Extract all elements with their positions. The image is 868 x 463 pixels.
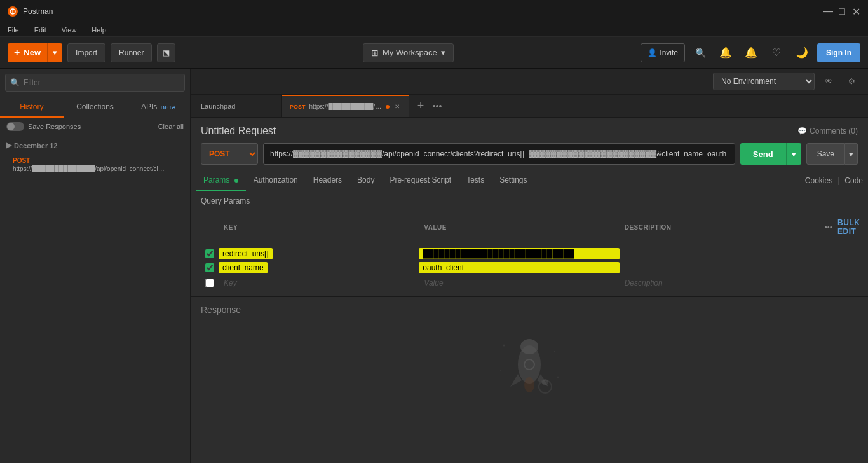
code-link[interactable]: Code [844,176,863,185]
param-2-key[interactable]: client_name [219,263,419,272]
param-new-row: Key Value Description [201,275,858,291]
param-row-1: redirect_uris[] ████████████████████████… [201,247,858,261]
clear-all-button[interactable]: Clear all [158,123,184,130]
req-tab-authorization[interactable]: Authorization [246,170,306,191]
params-actions-header: ••• Bulk Edit [820,213,858,241]
save-dropdown-button[interactable]: ▾ [845,143,858,165]
apis-beta-badge: BETA [161,104,176,111]
sidebar-filter-input[interactable] [5,74,185,92]
send-dropdown-button[interactable]: ▾ [786,143,801,165]
req-tab-params[interactable]: Params [196,170,246,191]
param-1-value[interactable]: ████████████████████████████ [419,248,619,259]
invite-button[interactable]: 👤 Invite [641,43,685,62]
req-tab-tests[interactable]: Tests [459,170,492,191]
menu-view[interactable]: View [59,25,79,35]
param-new-desc-placeholder[interactable]: Description [620,276,820,290]
url-row: POST GET PUT DELETE PATCH Send ▾ Save ▾ [201,143,858,165]
method-select[interactable]: POST GET PUT DELETE PATCH [201,143,258,165]
plus-icon: + [14,47,20,59]
param-new-checkbox[interactable] [205,279,214,287]
maximize-button[interactable]: □ [837,7,846,16]
param-2-checkbox[interactable] [205,263,214,272]
send-button-group: Send ▾ [740,143,801,165]
params-header: KEY VALUE DESCRIPTION ••• Bulk Edit [201,211,858,244]
menubar: File Edit View Help [0,23,868,37]
main-layout: 🔍 History Collections APIs BETA Save Res… [0,69,868,463]
request-tabs: Params Authorization Headers Body Pre-re… [191,170,868,191]
send-button[interactable]: Send [740,143,786,165]
workspace-label: My Workspace [383,48,437,57]
param-new-check [201,279,219,287]
tab-launchpad[interactable]: Launchpad [193,95,282,117]
history-item[interactable]: POST https://██████████████/api/openid_c… [0,153,190,176]
proxy-button[interactable]: ⬔ [157,43,175,62]
param-new-key-placeholder[interactable]: Key [219,276,419,290]
param-1-checkbox[interactable] [205,249,214,258]
environment-select[interactable]: No Environment [713,73,815,90]
rocket-illustration-area [201,320,858,422]
new-button-dropdown[interactable]: ▾ [47,43,62,62]
window-controls: — □ ✕ [824,7,860,16]
req-tab-settings[interactable]: Settings [492,170,534,191]
invite-label: Invite [660,48,678,57]
param-2-value[interactable]: oauth_client [419,262,619,273]
response-area: Response [191,296,868,429]
param-1-description[interactable] [620,251,820,256]
save-button[interactable]: Save [806,143,845,165]
close-button[interactable]: ✕ [851,7,860,16]
new-button[interactable]: + New ▾ [8,43,62,62]
bulk-edit-button[interactable]: Bulk Edit [835,216,862,238]
toolbar: + New ▾ Import Runner ⬔ ⊞ My Workspace ▾… [0,37,868,69]
tab-modified-dot [386,105,390,109]
param-new-value-placeholder[interactable]: Value [419,276,619,290]
titlebar: Postman — □ ✕ [0,0,868,23]
param-1-key[interactable]: redirect_uris[] [219,249,419,258]
minimize-button[interactable]: — [824,7,832,16]
req-tab-pre-request[interactable]: Pre-request Script [382,170,459,191]
req-tab-body[interactable]: Body [349,170,382,191]
tab-history[interactable]: History [0,97,64,118]
notification-bell-icon[interactable]: 🔔 [715,43,736,63]
new-label: New [24,48,41,57]
history-group-december[interactable]: ▶ December 12 [0,137,190,153]
dark-mode-icon[interactable]: 🌙 [792,43,812,63]
notification-alert-icon[interactable]: 🔔 [741,43,761,63]
value-column-header: VALUE [419,221,619,233]
sign-in-button[interactable]: Sign In [817,43,860,62]
url-input[interactable] [263,143,735,165]
param-2-description[interactable] [620,265,820,270]
more-tabs-button[interactable]: ••• [430,99,445,114]
request-title: Untitled Request [201,125,276,137]
new-tab-button[interactable]: + [412,97,430,115]
params-more-icon[interactable]: ••• [825,224,832,231]
import-button[interactable]: Import [67,43,105,62]
svg-point-7 [524,377,534,392]
env-settings-icon[interactable]: ⚙ [843,73,860,90]
svg-marker-4 [510,374,522,387]
runner-button[interactable]: Runner [111,43,152,62]
comments-button[interactable]: 💬 Comments (0) [797,127,858,135]
env-view-icon[interactable]: 👁 [820,73,837,90]
tab-close-button[interactable]: ✕ [393,102,401,111]
param-row-2: client_name oauth_client [201,261,858,275]
tab-apis[interactable]: APIs BETA [126,97,190,118]
history-item-url: https://██████████████/api/openid_connec… [13,165,165,172]
menu-edit[interactable]: Edit [32,25,49,35]
menu-help[interactable]: Help [89,25,109,35]
query-params-title: Query Params [201,197,858,205]
heart-icon[interactable]: ♡ [766,43,787,63]
separator: | [837,176,839,185]
save-responses-toggle[interactable] [6,122,24,131]
tab-collections[interactable]: Collections [64,97,127,118]
req-tab-headers[interactable]: Headers [306,170,349,191]
svg-point-13 [557,377,559,378]
menu-file[interactable]: File [5,25,22,35]
cookies-link[interactable]: Cookies [805,176,832,185]
new-button-main[interactable]: + New [8,47,47,59]
history-section: ▶ December 12 POST https://█████████████… [0,135,190,179]
search-icon-btn[interactable]: 🔍 [690,43,710,63]
save-responses-toggle-area: Save Responses [6,122,81,131]
tab-current-request[interactable]: POST https://██████████/y...● ✕ [282,95,409,117]
request-title-row: Untitled Request 💬 Comments (0) [201,125,858,137]
workspace-button[interactable]: ⊞ My Workspace ▾ [363,43,454,62]
